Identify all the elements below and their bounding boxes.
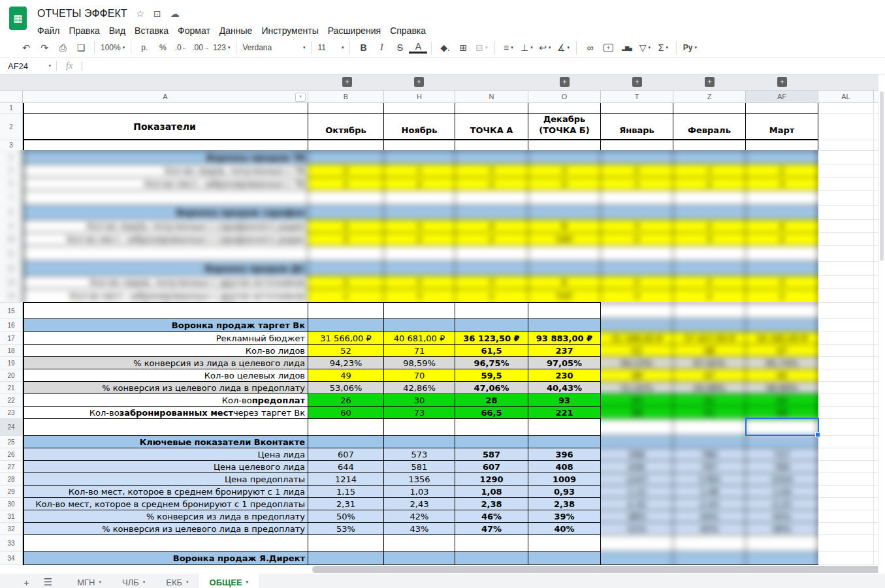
cell-AL28[interactable] [818,473,874,486]
cell-B25[interactable] [308,436,384,448]
cell-N20[interactable]: 59,5 [455,369,528,382]
cell-O1[interactable] [528,103,601,114]
column-header-B[interactable]: B [308,91,384,103]
cell-AF30[interactable]: 2,23 [746,498,818,510]
cell-N1[interactable] [455,103,528,114]
cell-H12[interactable] [384,262,455,276]
expand-column-group-O[interactable]: + [560,77,570,87]
cell-AL13[interactable] [818,276,874,289]
cell-O32[interactable]: 40% [528,523,601,535]
cell-T34[interactable] [601,552,673,565]
menu-item-6[interactable]: Данные [215,25,257,37]
row-header-20[interactable]: 20 [0,369,23,382]
row-label-4[interactable]: Воронка продаж ТВ [23,151,308,164]
cell-AL22[interactable] [818,394,874,407]
cell-H34[interactable] [384,552,455,565]
cell-B3[interactable] [308,140,384,151]
column-header-A[interactable]: A▼ [23,91,308,103]
cell-AF29[interactable]: 1,04 [746,486,818,498]
cell-H11[interactable] [384,246,455,262]
cell-O18[interactable]: 237 [528,345,601,357]
row-header-3[interactable]: 3 [0,140,23,151]
cell-O20[interactable]: 230 [528,369,601,382]
cell-N6[interactable]: 2 [455,178,528,191]
cell-N26[interactable]: 587 [455,448,528,461]
cell-AF33[interactable] [746,535,818,552]
row-label-18[interactable]: Кол-во лидов [23,345,308,357]
cell-B21[interactable]: 53,06% [308,382,384,394]
cell-B23[interactable]: 60 [308,407,384,419]
cell-T29[interactable]: 1,12 [601,486,673,498]
cell-N27[interactable]: 607 [455,461,528,473]
row-label-23[interactable]: Кол-во забронированных мест через таргет… [23,407,308,419]
cell-T31[interactable]: 48% [601,510,673,523]
cell-T16[interactable] [601,319,673,332]
cell-B6[interactable]: 1 [308,178,384,191]
cell-AL26[interactable] [818,448,874,461]
cell-O5[interactable]: 2 [528,164,601,178]
cell-N5[interactable]: 3 [455,164,528,178]
cell-AL3[interactable] [818,140,874,151]
row-label-32[interactable]: % конверсия из целевого лида в предоплат… [23,523,308,535]
cell-B10[interactable]: 3 [308,233,384,246]
text-rotate-icon[interactable]: ∡▾ [554,40,572,55]
sheet-tab-ЕКБ[interactable]: ЕКБ▾ [155,574,199,588]
text-wrap-icon[interactable]: ↩▾ [536,40,554,55]
cell-B31[interactable]: 50% [308,510,384,523]
cell-B4[interactable] [308,151,384,164]
cell-O11[interactable] [528,246,601,262]
cell-T14[interactable]: 3 [601,289,673,303]
cell-H21[interactable]: 42,86% [384,382,455,394]
row-header-9[interactable]: 9 [0,220,23,233]
row-header-18[interactable]: 18 [0,345,23,357]
cell-Z15[interactable] [673,303,746,319]
row-header-24[interactable]: 24 [0,419,23,436]
cell-Z22[interactable]: 21 [673,394,746,407]
cell-Z20[interactable]: 47 [673,369,746,382]
format-percent-button[interactable]: % [153,40,172,55]
column-header-AL[interactable]: AL [818,91,874,103]
cell-Z2[interactable]: Февраль [673,114,746,140]
corner-select-all[interactable] [0,91,23,103]
cell-T26[interactable]: 599 [601,448,673,461]
cell-N14[interactable]: 2 [455,289,528,303]
row-label-3[interactable] [23,140,308,151]
cell-AF28[interactable]: 1554 [746,473,818,486]
row-label-31[interactable]: % конверсия из лида в предоплату [23,510,308,523]
cell-AF1[interactable] [746,103,818,114]
cell-O31[interactable]: 39% [528,510,601,523]
cell-N2[interactable]: ТОЧКА А [455,114,528,140]
row-label-16[interactable]: Воронка продаж таргет Вк [23,319,308,332]
cell-AL17[interactable] [818,332,874,345]
cell-AF14[interactable]: 2 [746,289,818,303]
row-label-34[interactable]: Воронка продаж Я.Директ [23,552,308,565]
row-label-17[interactable]: Рекламный бюджет [23,332,308,345]
row-header-29[interactable]: 29 [0,486,23,498]
cell-AF19[interactable]: 95,74% [746,357,818,369]
cell-O29[interactable]: 0,93 [528,486,601,498]
cell-AL2[interactable] [818,114,874,140]
cell-AL15[interactable] [818,303,874,319]
cell-O27[interactable]: 408 [528,461,601,473]
menu-item-8[interactable]: Расширения [323,25,385,37]
cell-N18[interactable]: 61,5 [455,345,528,357]
cell-B27[interactable]: 644 [308,461,384,473]
cell-AL6[interactable] [818,178,874,191]
insert-link-icon[interactable]: ∞ [581,40,599,55]
cell-N16[interactable] [455,319,528,332]
row-header-25[interactable]: 25 [0,436,23,448]
vertical-scrollbar-thumb[interactable] [880,91,884,261]
cell-T7[interactable] [601,191,673,206]
cell-AF31[interactable]: 45% [746,510,818,523]
row-header-6[interactable]: 6 [0,178,23,191]
cell-B33[interactable] [308,535,384,552]
cell-AL33[interactable] [818,535,874,552]
cell-H5[interactable]: 1 [384,164,455,178]
cell-N11[interactable] [455,246,528,262]
cell-B14[interactable]: 1 [308,289,384,303]
cell-AL34[interactable] [818,552,874,565]
cloud-status-icon[interactable]: ☁ [170,8,180,19]
cell-O24[interactable] [528,419,601,436]
row-label-20[interactable]: Кол-во целевых лидов [23,369,308,382]
functions-icon[interactable]: Σ▾ [654,40,672,55]
